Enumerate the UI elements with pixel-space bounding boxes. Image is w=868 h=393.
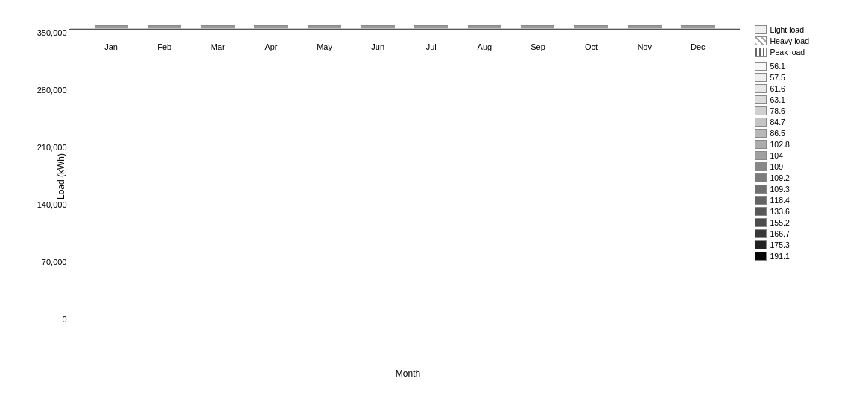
legend-104-box <box>755 151 767 160</box>
legend-155-label: 155.2 <box>770 218 790 227</box>
legend-109: 109 <box>755 162 844 171</box>
y-axis-labels: 350,000 280,000 210,000 140,000 70,000 0 <box>26 29 67 324</box>
legend-peak-label: Peak load <box>770 48 805 57</box>
legend-133-box <box>755 207 767 216</box>
legend-57-label: 57.5 <box>770 73 785 82</box>
legend-104-label: 104 <box>770 151 784 160</box>
y-label-6: 350,000 <box>37 29 67 37</box>
legend-118-label: 118.4 <box>770 196 790 205</box>
bar-may <box>305 25 344 29</box>
legend-155: 155.2 <box>755 218 844 227</box>
legend-56-box <box>755 62 767 71</box>
legend-light-label: Light load <box>770 25 805 34</box>
legend-84-label: 84.7 <box>770 118 785 127</box>
legend-86: 86.5 <box>755 129 844 138</box>
legend-1093-box <box>755 185 767 194</box>
y-label-2: 70,000 <box>42 258 67 266</box>
bar-nov <box>625 25 664 29</box>
bar-sep <box>519 25 557 29</box>
bar-aug <box>465 25 504 29</box>
x-axis-title: Month <box>69 368 747 379</box>
legend-56: 56.1 <box>755 62 844 71</box>
legend-86-box <box>755 129 767 138</box>
chart-area: Load (kWh) 350,000 280,000 210,000 140,0… <box>25 14 747 379</box>
x-label-oct: Oct <box>572 42 611 51</box>
legend-peak-box <box>755 48 767 57</box>
chart-container: Load (kWh) 350,000 280,000 210,000 140,0… <box>25 14 844 379</box>
legend-57-box <box>755 73 767 82</box>
legend-1092-label: 109.2 <box>770 173 790 182</box>
jul-light <box>414 28 448 29</box>
y-label-4: 210,000 <box>37 144 67 152</box>
legend-heavy: Heavy load <box>755 36 844 45</box>
legend-166-box <box>755 229 767 238</box>
legend-1092: 109.2 <box>755 173 844 182</box>
bar-jan <box>92 25 130 29</box>
legend-56-label: 56.1 <box>770 62 785 71</box>
legend-84-box <box>755 118 767 127</box>
bar-oct <box>572 25 611 29</box>
legend-78-label: 78.6 <box>770 106 785 115</box>
x-label-feb: Feb <box>145 42 184 51</box>
x-label-sep: Sep <box>519 42 557 51</box>
legend-102-box <box>755 140 767 149</box>
plot-area: Jan Feb Mar Apr May Jun Jul Aug Sep Oct … <box>69 29 740 30</box>
x-label-apr: Apr <box>252 42 291 51</box>
legend-191-label: 191.1 <box>770 252 790 261</box>
legend-175-label: 175.3 <box>770 240 790 249</box>
apr-light <box>254 28 288 29</box>
x-axis-labels: Jan Feb Mar Apr May Jun Jul Aug Sep Oct … <box>70 42 740 51</box>
legend-57: 57.5 <box>755 73 844 82</box>
legend-1093: 109.3 <box>755 185 844 194</box>
x-label-nov: Nov <box>625 42 664 51</box>
jan-light <box>95 28 128 29</box>
legend-63-label: 63.1 <box>770 95 785 104</box>
legend-191-box <box>755 252 767 261</box>
legend-63-box <box>755 95 767 104</box>
bar-feb <box>145 25 184 29</box>
legend-109-box <box>755 162 767 171</box>
legend-133-label: 133.6 <box>770 207 790 216</box>
mar-light <box>201 28 235 29</box>
legend-175-box <box>755 240 767 249</box>
legend-78: 78.6 <box>755 106 844 115</box>
may-light <box>308 28 341 29</box>
x-label-jan: Jan <box>92 42 130 51</box>
legend-78-box <box>755 106 767 115</box>
bar-jun <box>358 25 397 29</box>
y-label-1: 0 <box>62 316 66 324</box>
legend-175: 175.3 <box>755 240 844 249</box>
legend-102-label: 102.8 <box>770 140 790 149</box>
legend-109-label: 109 <box>770 162 784 171</box>
legend-166: 166.7 <box>755 229 844 238</box>
legend-191: 191.1 <box>755 252 844 261</box>
y-label-3: 140,000 <box>37 201 67 209</box>
legend-104: 104 <box>755 151 844 160</box>
x-label-aug: Aug <box>465 42 504 51</box>
legend-86-label: 86.5 <box>770 129 785 138</box>
aug-light <box>468 28 501 29</box>
legend-84: 84.7 <box>755 118 844 127</box>
x-label-jun: Jun <box>358 42 397 51</box>
legend-61-box <box>755 84 767 93</box>
jun-light <box>361 28 395 29</box>
legend: Light load Heavy load Peak load 56.1 57.… <box>747 25 844 379</box>
legend-102: 102.8 <box>755 140 844 149</box>
legend-peak: Peak load <box>755 48 844 57</box>
legend-heavy-box <box>755 36 767 45</box>
legend-light-box <box>755 25 767 34</box>
x-label-jul: Jul <box>412 42 451 51</box>
nov-light <box>628 28 662 29</box>
y-label-5: 280,000 <box>37 86 67 95</box>
bar-jul <box>412 25 451 29</box>
legend-63: 63.1 <box>755 95 844 104</box>
oct-light <box>574 28 608 29</box>
legend-118: 118.4 <box>755 196 844 205</box>
sep-light <box>521 28 554 29</box>
legend-61: 61.6 <box>755 84 844 93</box>
x-label-may: May <box>305 42 344 51</box>
legend-133: 133.6 <box>755 207 844 216</box>
feb-light <box>148 28 181 29</box>
bar-dec <box>679 25 717 29</box>
legend-1092-box <box>755 173 767 182</box>
